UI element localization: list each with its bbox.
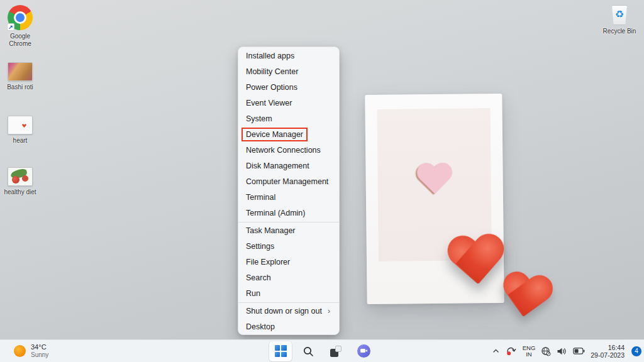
menu-item-task-manager[interactable]: Task Manager (238, 223, 339, 239)
tray-sync-recording-icon[interactable] (506, 346, 517, 356)
clock-widget[interactable]: 16:44 29-07-2023 (591, 344, 625, 359)
chat-button[interactable] (352, 341, 375, 361)
menu-item-network-connections[interactable]: Network Connections (238, 143, 339, 158)
language-indicator[interactable]: ENG IN (523, 345, 536, 358)
menu-item-desktop[interactable]: Desktop (238, 319, 339, 335)
clock-time: 16:44 (591, 344, 625, 351)
menu-item-disk-management[interactable]: Disk Management (238, 158, 339, 174)
menu-item-settings[interactable]: Settings (238, 239, 339, 255)
menu-item-installed-apps[interactable]: Installed apps (238, 48, 339, 64)
weather-condition: Sunny (31, 351, 48, 359)
volume-icon[interactable] (557, 347, 567, 356)
battery-icon[interactable] (573, 348, 585, 354)
desktop-icon-recycle-bin[interactable]: ♻ Recycle Bin (600, 4, 639, 35)
menu-item-file-explorer[interactable]: File Explorer (238, 255, 339, 270)
task-view-button[interactable] (325, 341, 347, 361)
menu-item-computer-management[interactable]: Computer Management (238, 174, 339, 190)
desktop-icon-google-chrome[interactable]: ↗ Google Chrome (1, 5, 40, 48)
winx-menu: Installed apps Mobility Center Power Opt… (238, 47, 340, 335)
desktop-icon-heart[interactable]: heart (1, 116, 40, 145)
weather-temperature: 34°C (31, 343, 48, 351)
shortcut-arrow-icon: ↗ (7, 23, 14, 31)
desktop-icon-healthy-diet[interactable]: healthy diet (1, 167, 40, 196)
menu-item-mobility-center[interactable]: Mobility Center (238, 64, 339, 80)
desktop-icon-bashi-roti[interactable]: Bashi roti (1, 62, 40, 91)
image-thumbnail-icon (8, 167, 33, 186)
taskbar: 34°C Sunny (0, 339, 644, 362)
recycle-symbol-icon: ♻ (615, 9, 624, 19)
wallpaper-red-heart-1 (445, 234, 508, 292)
chat-video-icon (357, 344, 370, 358)
network-globe-icon[interactable] (541, 346, 551, 356)
wallpaper-pink-heart (416, 163, 453, 197)
windows-logo-icon (275, 345, 287, 357)
wallpaper-red-heart-2 (497, 270, 555, 325)
search-icon (303, 346, 314, 357)
taskbar-center-icons (269, 341, 375, 361)
menu-item-device-manager[interactable]: Device Manager (238, 127, 339, 143)
menu-item-terminal[interactable]: Terminal (238, 190, 339, 206)
winx-menu-list: Installed apps Mobility Center Power Opt… (238, 48, 339, 335)
menu-item-shut-down-or-sign-out[interactable]: Shut down or sign out › (238, 304, 339, 319)
image-thumbnail-icon (8, 116, 33, 134)
system-tray: ENG IN 16:44 29-07-2023 4 (492, 340, 641, 362)
menu-separator (238, 222, 339, 222)
menu-item-power-options[interactable]: Power Options (238, 80, 339, 96)
desktop-icon-label: Recycle Bin (603, 28, 636, 35)
desktop-icon-label: Bashi roti (7, 84, 33, 91)
recycle-bin-icon: ♻ (610, 4, 629, 25)
task-view-icon (330, 346, 341, 357)
menu-item-search[interactable]: Search (238, 270, 339, 286)
menu-item-system[interactable]: System (238, 111, 339, 127)
desktop-icon-label: Google Chrome (1, 33, 40, 48)
sun-icon (14, 345, 26, 357)
menu-item-run[interactable]: Run (238, 286, 339, 302)
menu-item-terminal-admin[interactable]: Terminal (Admin) (238, 206, 339, 221)
submenu-chevron-icon: › (328, 304, 330, 319)
menu-item-event-viewer[interactable]: Event Viewer (238, 96, 339, 111)
chrome-icon: ↗ (8, 5, 33, 30)
desktop-icon-label: healthy diet (4, 189, 36, 196)
start-button[interactable] (269, 341, 292, 361)
clock-date: 29-07-2023 (591, 351, 625, 359)
desktop-icon-label: heart (13, 137, 28, 145)
search-button[interactable] (297, 341, 319, 361)
tray-chevron-up-icon[interactable] (492, 347, 500, 355)
notification-badge[interactable]: 4 (631, 346, 641, 356)
menu-separator (238, 302, 339, 303)
weather-widget[interactable]: 34°C Sunny (10, 340, 52, 362)
image-thumbnail-icon (8, 62, 33, 81)
